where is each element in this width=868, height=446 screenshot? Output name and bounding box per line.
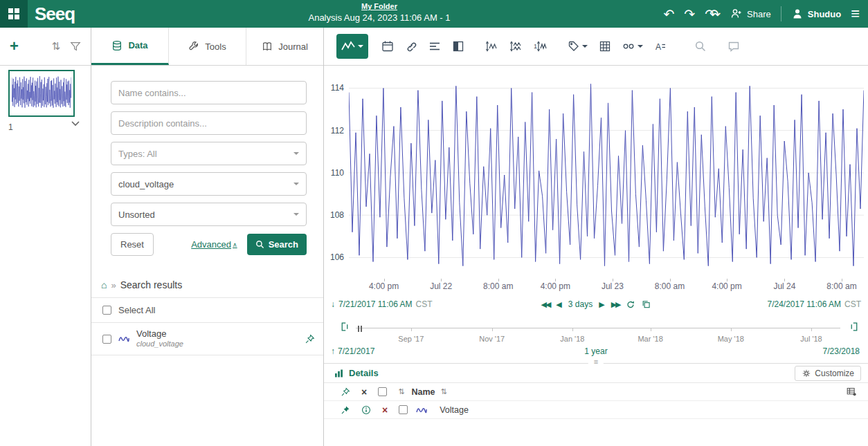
magnifier-icon	[694, 40, 707, 53]
capsule-series-button[interactable]	[620, 38, 645, 55]
redo-icon[interactable]: ↷	[684, 8, 695, 21]
grid-icon	[599, 40, 611, 53]
item-name: Voltage	[136, 328, 183, 340]
worksheet-thumbnail[interactable]	[8, 70, 75, 117]
timeline-duration[interactable]: 1 year	[584, 346, 607, 356]
customize-label: Customize	[815, 369, 854, 378]
link-icon[interactable]	[403, 38, 419, 55]
refresh-icon[interactable]	[626, 300, 635, 309]
chevron-down-icon[interactable]	[71, 121, 80, 127]
display-range-row: ↓ 7/21/2017 11:06 AM CST ◀◀ ◀ 3 days ▶ ▶…	[324, 299, 868, 315]
tab-data[interactable]: Data	[91, 28, 169, 65]
item-checkbox[interactable]	[102, 335, 111, 344]
tab-journal[interactable]: Journal	[246, 28, 323, 65]
step-forward-full-icon[interactable]: ▶▶	[611, 300, 620, 309]
comment-bubble-icon	[727, 40, 740, 53]
user-menu[interactable]: Shuduo	[791, 8, 841, 20]
share-button[interactable]: Share	[730, 8, 771, 20]
trend-view: 1	[324, 28, 868, 446]
range-end[interactable]: 7/24/2017 11:06 AM	[767, 299, 841, 309]
sort-icon[interactable]: ⇅	[440, 387, 446, 396]
range-duration[interactable]: 3 days	[568, 299, 593, 309]
pin-icon[interactable]	[341, 405, 350, 415]
capsule-grid-icon[interactable]	[597, 38, 613, 55]
timeline-right-handle-icon[interactable]	[849, 322, 860, 332]
search-button-label: Search	[269, 239, 298, 250]
sort-icon[interactable]: ⇅	[398, 387, 404, 396]
gear-icon	[802, 369, 811, 378]
details-select-all-checkbox[interactable]	[378, 387, 387, 396]
labels-icon[interactable]: A	[652, 38, 669, 55]
one-axis-per-signal-icon[interactable]	[507, 38, 525, 55]
one-lane-per-signal-icon[interactable]	[483, 38, 500, 55]
tags-button[interactable]	[566, 38, 590, 55]
types-select[interactable]: Types: All	[111, 142, 307, 165]
step-forward-icon[interactable]: ▶	[599, 300, 604, 309]
filter-icon[interactable]	[70, 41, 81, 52]
remove-item-icon[interactable]: ×	[382, 405, 388, 415]
search-button[interactable]: Search	[247, 234, 307, 255]
step-back-full-icon[interactable]: ◀◀	[541, 300, 550, 309]
tab-tools[interactable]: Tools	[169, 28, 246, 65]
timeline-end[interactable]: 7/23/2018	[823, 346, 860, 356]
reset-button[interactable]: Reset	[111, 233, 154, 256]
display-mode-button[interactable]	[336, 34, 368, 59]
range-start[interactable]: 7/21/2017 11:06 AM	[338, 299, 413, 309]
selected-range-marker[interactable]	[358, 326, 362, 332]
panel-tabs: Data Tools Journal	[91, 28, 323, 66]
timeline-start-group: ↑ 7/21/2017	[331, 346, 374, 356]
customize-button[interactable]: Customize	[795, 366, 861, 381]
description-contains-input[interactable]	[111, 111, 307, 135]
range-step-controls: ◀◀ ◀ 3 days ▶ ▶▶	[541, 299, 651, 309]
name-column-header[interactable]: Name	[411, 387, 435, 397]
chevron-down-icon	[293, 183, 299, 188]
timeline-start[interactable]: 7/21/2017	[338, 346, 374, 356]
range-start-group: ↓ 7/21/2017 11:06 AM CST	[331, 299, 433, 309]
row-checkbox[interactable]	[399, 405, 408, 414]
home-icon[interactable]: ⌂	[101, 279, 107, 290]
sort-select[interactable]: Unsorted	[111, 203, 307, 226]
chart-area[interactable]: 106108110112114 4:00 pmJul 228:00 am4:00…	[324, 66, 868, 297]
app-grid-icon[interactable]	[0, 0, 28, 28]
pin-column-icon[interactable]	[341, 387, 350, 397]
single-axis-icon[interactable]: 1	[532, 38, 549, 55]
result-item-row[interactable]: Voltage cloud_voltage	[91, 323, 323, 355]
svg-text:A: A	[655, 42, 661, 52]
timeline-track[interactable]: Sep '17Nov '17Jan '18Mar '18May '18Jul '…	[356, 328, 840, 330]
chain-link-icon	[405, 40, 417, 53]
data-panel: Data Tools Journal Types: All	[91, 28, 324, 446]
hamburger-menu-icon[interactable]: ≡	[851, 6, 860, 21]
timeline-left-handle-icon[interactable]	[339, 322, 350, 332]
thumbnail-chart	[12, 74, 71, 110]
arrow-down-icon[interactable]: ↓	[331, 299, 335, 309]
step-back-icon[interactable]: ◀	[556, 300, 561, 309]
details-header: Details Customize	[324, 364, 868, 383]
lanes-icon[interactable]	[426, 38, 443, 55]
info-icon[interactable]	[361, 405, 371, 415]
duplicate-icon	[642, 299, 651, 309]
details-row[interactable]: × Voltage	[324, 401, 868, 419]
arrow-up-icon[interactable]: ↑	[331, 346, 335, 356]
new-worksheet-button[interactable]: +	[10, 37, 19, 55]
folder-link[interactable]: My Folder	[308, 1, 450, 12]
chevron-down-icon	[582, 45, 588, 50]
remove-all-icon[interactable]: ×	[361, 387, 367, 397]
select-all-checkbox[interactable]	[102, 306, 111, 315]
name-contains-input[interactable]	[111, 81, 307, 104]
zoom-icon[interactable]	[692, 38, 709, 55]
pin-icon[interactable]	[305, 334, 315, 344]
stacked-lanes-icon	[428, 40, 441, 53]
reorder-worksheets-icon[interactable]: ⇅	[51, 40, 60, 53]
daterange-icon[interactable]	[379, 38, 396, 55]
redo-all-icon[interactable]: ↷↷	[705, 8, 721, 21]
column-settings-icon[interactable]	[846, 387, 857, 397]
dim-signals-icon[interactable]	[450, 38, 467, 55]
signal-chart[interactable]	[349, 71, 864, 279]
undo-icon[interactable]: ↶	[663, 8, 674, 21]
annotate-icon[interactable]	[725, 38, 742, 55]
bracket-right-icon	[849, 322, 860, 332]
details-title: Details	[349, 368, 379, 378]
advanced-link[interactable]: Advanced ∧	[191, 239, 237, 250]
datasource-select[interactable]: cloud_voltage	[111, 172, 307, 196]
copy-range-icon[interactable]	[642, 299, 651, 309]
